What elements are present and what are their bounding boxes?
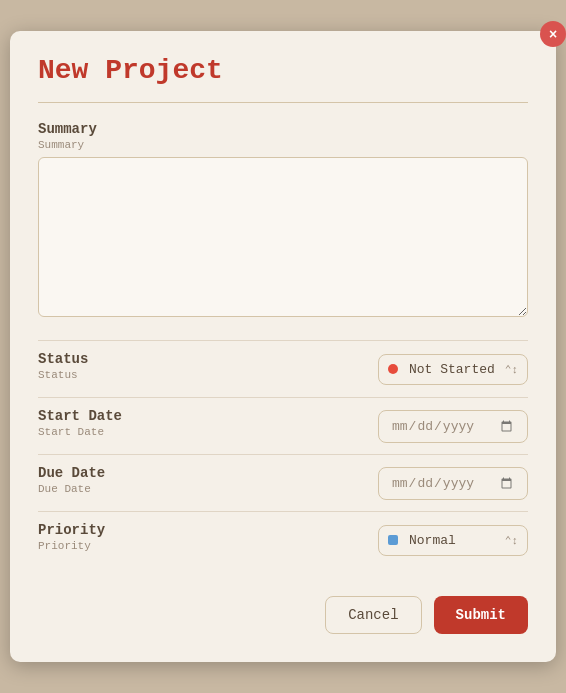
status-section: Status Status Not Started In Progress Co…: [38, 340, 528, 397]
status-label-sub: Status: [38, 369, 88, 381]
status-select-wrapper: Not Started In Progress Completed On Hol…: [378, 354, 528, 385]
due-date-label-sub: Due Date: [38, 483, 105, 495]
close-button[interactable]: ×: [540, 21, 566, 47]
due-date-label-main: Due Date: [38, 465, 105, 481]
due-date-section: Due Date Due Date: [38, 454, 528, 511]
due-date-input[interactable]: [378, 467, 528, 500]
priority-section: Priority Priority Low Normal High Critic…: [38, 511, 528, 568]
priority-label-main: Priority: [38, 522, 105, 538]
summary-input[interactable]: [38, 157, 528, 317]
status-label-main: Status: [38, 351, 88, 367]
start-date-label-sub: Start Date: [38, 426, 122, 438]
submit-button[interactable]: Submit: [434, 596, 528, 634]
footer-buttons: Cancel Submit: [38, 596, 528, 634]
cancel-button[interactable]: Cancel: [325, 596, 421, 634]
start-date-input[interactable]: [378, 410, 528, 443]
status-select[interactable]: Not Started In Progress Completed On Hol…: [378, 354, 528, 385]
start-date-section: Start Date Start Date: [38, 397, 528, 454]
priority-label-sub: Priority: [38, 540, 105, 552]
page-title: New Project: [38, 55, 528, 86]
priority-select-wrapper: Low Normal High Critical ⌃↕: [378, 525, 528, 556]
summary-label-main: Summary: [38, 121, 528, 137]
start-date-label-main: Start Date: [38, 408, 122, 424]
new-project-modal: × New Project Summary Summary Status Sta…: [10, 31, 556, 662]
summary-label-sub: Summary: [38, 139, 528, 151]
modal-overlay: × New Project Summary Summary Status Sta…: [0, 0, 566, 693]
summary-section: Summary Summary: [38, 121, 528, 322]
priority-select[interactable]: Low Normal High Critical: [378, 525, 528, 556]
title-divider: [38, 102, 528, 103]
